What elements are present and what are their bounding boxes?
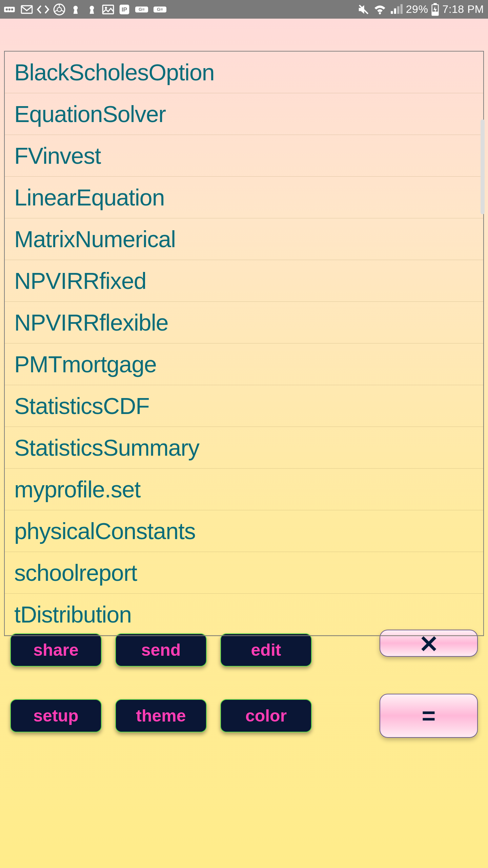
svg-rect-20 bbox=[434, 3, 437, 5]
news-icon: G≡ bbox=[152, 3, 167, 16]
app-icon: IP bbox=[118, 3, 131, 16]
mute-icon bbox=[357, 3, 370, 16]
list-item[interactable]: EquationSolver bbox=[5, 93, 483, 135]
code-icon bbox=[37, 3, 49, 16]
function-list-dropdown[interactable]: BlackScholesOption EquationSolver FVinve… bbox=[4, 51, 484, 636]
send-button[interactable]: send bbox=[115, 633, 207, 667]
list-item[interactable]: NPVIRRfixed bbox=[5, 260, 483, 302]
more-icon bbox=[4, 3, 17, 16]
news-icon: G≡ bbox=[134, 3, 149, 16]
clock: 7:18 PM bbox=[442, 3, 484, 16]
keyhole-icon bbox=[85, 3, 98, 16]
list-item[interactable]: tDistribution bbox=[5, 594, 483, 635]
keyhole-icon bbox=[69, 3, 82, 16]
list-item[interactable]: StatisticsCDF bbox=[5, 385, 483, 427]
button-row-2: setup theme color = bbox=[10, 694, 478, 738]
list-item[interactable]: LinearEquation bbox=[5, 177, 483, 218]
list-item[interactable]: PMTmortgage bbox=[5, 343, 483, 385]
button-area: share send edit ✕ setup theme color = bbox=[0, 633, 488, 738]
list-item[interactable]: BlackScholesOption bbox=[5, 52, 483, 93]
share-button[interactable]: share bbox=[10, 633, 102, 667]
svg-point-18 bbox=[379, 12, 381, 14]
mail-icon bbox=[20, 3, 33, 16]
scroll-thumb[interactable] bbox=[481, 119, 485, 214]
svg-text:G≡: G≡ bbox=[157, 7, 163, 12]
list-item[interactable]: StatisticsSummary bbox=[5, 427, 483, 469]
list-item[interactable]: myprofile.set bbox=[5, 469, 483, 510]
status-right: 29% 7:18 PM bbox=[357, 3, 484, 16]
svg-point-10 bbox=[105, 7, 107, 9]
button-row-1: share send edit ✕ bbox=[10, 633, 478, 667]
signal-icon bbox=[390, 3, 403, 16]
battery-charging-icon bbox=[431, 3, 439, 16]
svg-rect-4 bbox=[21, 5, 32, 13]
setup-button[interactable]: setup bbox=[10, 699, 102, 732]
battery-percent: 29% bbox=[406, 3, 428, 16]
image-icon bbox=[102, 3, 115, 16]
theme-button[interactable]: theme bbox=[115, 699, 207, 732]
status-bar: IP G≡ G≡ 29% 7:18 PM bbox=[0, 0, 488, 19]
wifi-icon bbox=[373, 3, 386, 16]
chrome-icon bbox=[53, 3, 66, 16]
list-item[interactable]: MatrixNumerical bbox=[5, 218, 483, 260]
equals-button[interactable]: = bbox=[380, 694, 478, 738]
list-item[interactable]: physicalConstants bbox=[5, 510, 483, 552]
status-left: IP G≡ G≡ bbox=[4, 3, 167, 16]
svg-point-6 bbox=[57, 7, 62, 12]
svg-point-2 bbox=[8, 8, 11, 10]
color-button[interactable]: color bbox=[220, 699, 312, 732]
edit-button[interactable]: edit bbox=[220, 633, 312, 667]
svg-point-3 bbox=[11, 8, 13, 10]
svg-text:G≡: G≡ bbox=[139, 7, 145, 12]
svg-text:IP: IP bbox=[122, 6, 127, 13]
svg-rect-21 bbox=[432, 12, 439, 15]
list-item[interactable]: schoolreport bbox=[5, 552, 483, 594]
list-item[interactable]: FVinvest bbox=[5, 135, 483, 177]
svg-point-1 bbox=[6, 8, 8, 10]
list-item[interactable]: NPVIRRflexible bbox=[5, 302, 483, 343]
